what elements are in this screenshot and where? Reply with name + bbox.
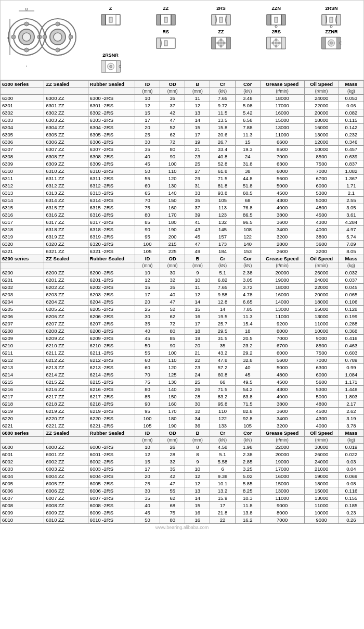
table-row: 63206320 ZZ6320 -2RS10021547173140280036… bbox=[1, 241, 364, 248]
tbody-6000: 60006000 ZZ6000 -2RS102684.581.982200030… bbox=[1, 444, 364, 524]
table-row: 62126212 ZZ6212 -2RS601102247.832.856007… bbox=[1, 357, 364, 364]
type-zzn-label: ZZN bbox=[271, 6, 281, 11]
svg-rect-39 bbox=[267, 15, 271, 25]
svg-rect-47 bbox=[336, 15, 341, 25]
svg-point-14 bbox=[56, 22, 60, 26]
table-row: 60076007 ZZ6007 -2RS35621415.910.3110001… bbox=[1, 495, 364, 502]
svg-point-70 bbox=[279, 42, 281, 44]
tbody-6200: 62006200 ZZ6200 -2RS103095.12.3820000260… bbox=[1, 269, 364, 430]
type-zz-label: ZZ bbox=[163, 6, 168, 11]
svg-point-11 bbox=[54, 33, 62, 41]
svg-rect-72 bbox=[322, 37, 326, 48]
series-6300-units: (mm)(mm)(mm)(kN)(kN)(r/min)(r/min)(kg) bbox=[1, 88, 364, 95]
table-row: 63006300 ZZ6300 -2RS1035117.653.48180002… bbox=[1, 95, 364, 102]
series-6300-header: 6300 series ZZ Sealed Rubber Sealed ID O… bbox=[1, 81, 364, 88]
table-row: 60026002 ZZ6002 -2RS153295.582.851900024… bbox=[1, 458, 364, 466]
table-row: 63186318 ZZ6318 -2RS90190431451083400400… bbox=[1, 226, 364, 233]
svg-point-3 bbox=[22, 33, 31, 41]
svg-rect-79 bbox=[116, 60, 120, 72]
svg-point-67 bbox=[275, 39, 277, 41]
series-6300-zz: ZZ Sealed bbox=[44, 81, 88, 88]
series-6200-zz: ZZ Sealed bbox=[44, 255, 88, 262]
table-row: 63136313 ZZ6313 -2RS651403393.860.545005… bbox=[1, 190, 364, 197]
series-6200-units: (mm)(mm)(mm)(kN)(kN)(r/min)(r/min)(kg) bbox=[1, 262, 364, 269]
type-2rsn: 2RSN bbox=[305, 6, 358, 28]
svg-point-4 bbox=[24, 22, 29, 26]
table-row: 62036203 ZZ6203 -2RS1740129.584.78160002… bbox=[1, 291, 364, 298]
svg-point-44 bbox=[275, 26, 277, 28]
table-row: 63046304 ZZ6304 -2RS20521515.87.88130001… bbox=[1, 124, 364, 131]
type-2rs-label: 2RS bbox=[216, 6, 226, 11]
svg-rect-35 bbox=[212, 15, 216, 25]
table-row: 62006200 ZZ6200 -2RS103095.12.3820000260… bbox=[1, 269, 364, 276]
table-row: 63156315 ZZ6315 -2RS751603711376.8400048… bbox=[1, 204, 364, 211]
table-row: 60056005 ZZ6005 -2RS25471210.15.85150001… bbox=[1, 480, 364, 487]
table-row: 63146314 ZZ6314 -2RS70150351056843005000… bbox=[1, 197, 364, 204]
series-6000-label: 6000 series bbox=[1, 430, 44, 437]
col-b: B bbox=[185, 81, 210, 88]
svg-rect-41 bbox=[275, 17, 278, 22]
table-row: 62106210 ZZ6210 -2RS5090203523.267008500… bbox=[1, 342, 364, 349]
table-row: 60086008 ZZ6008 -2RS4068151711.890001100… bbox=[1, 502, 364, 509]
table-row: 62016201 ZZ6201 -2RS1232106.823.05190002… bbox=[1, 276, 364, 284]
svg-point-17 bbox=[69, 35, 73, 39]
svg-point-58 bbox=[220, 39, 222, 41]
table-row: 63116311 ZZ6311 -2RS551202971.544.856006… bbox=[1, 175, 364, 182]
svg-point-61 bbox=[223, 42, 225, 44]
type-zz2: ZZ bbox=[194, 29, 248, 51]
type-z-label: Z bbox=[109, 6, 112, 11]
col-grease: Grease Speed bbox=[260, 81, 304, 88]
svg-rect-51 bbox=[157, 38, 161, 48]
col-cr: Cr bbox=[210, 81, 235, 88]
type-2rsnr-label: 2RSNR bbox=[102, 53, 119, 58]
table-row: 63086308 ZZ6308 -2RS40902340.82470008500… bbox=[1, 153, 364, 160]
series-6300-label: 6300 series bbox=[1, 81, 44, 88]
svg-rect-48 bbox=[330, 17, 333, 22]
table-row: 62066206 ZZ6206 -2RS30621619.511.3110001… bbox=[1, 313, 364, 320]
type-2rsn-label: 2RSN bbox=[325, 6, 337, 11]
table-row: 62026202 ZZ6202 -2RS1535117.653.72180002… bbox=[1, 284, 364, 291]
type-2rs2-label: 2RS bbox=[271, 29, 281, 34]
svg-rect-78 bbox=[101, 60, 105, 72]
table-row: 60016001 ZZ6001 -2RS122885.12.3820000260… bbox=[1, 451, 364, 458]
table-row: 60006000 ZZ6000 -2RS102684.581.982200030… bbox=[1, 444, 364, 451]
svg-point-5 bbox=[24, 48, 29, 52]
svg-rect-64 bbox=[282, 37, 286, 48]
col-cor: Cor bbox=[235, 81, 260, 88]
svg-rect-55 bbox=[226, 37, 230, 48]
table-row: 63076307 ZZ6307 -2RS35802133.419.3850010… bbox=[1, 146, 364, 153]
svg-rect-26 bbox=[109, 17, 112, 22]
table-row: 63106310 ZZ6310 -2RS501102761.8386000700… bbox=[1, 168, 364, 175]
svg-point-6 bbox=[11, 35, 16, 39]
type-2rs2: 2RS bbox=[250, 29, 303, 51]
svg-rect-73 bbox=[337, 37, 341, 48]
table-row: 62186218 ZZ6218 -2RS901603095.871.538004… bbox=[1, 400, 364, 408]
types-diagram: Z ZZ 2RS bbox=[81, 3, 361, 77]
col-mass: Mass bbox=[339, 81, 363, 88]
svg-point-49 bbox=[330, 26, 332, 28]
svg-point-15 bbox=[56, 48, 60, 52]
table-row: 62046204 ZZ6204 -2RS20471412.86.65140001… bbox=[1, 298, 364, 306]
table-row: 63196319 ZZ6319 -2RS95200451571223200380… bbox=[1, 233, 364, 241]
svg-rect-54 bbox=[212, 37, 216, 48]
table-row: 63096309 ZZ6309 -2RS451002552.831.863007… bbox=[1, 160, 364, 168]
svg-point-16 bbox=[43, 35, 47, 39]
type-2rs: 2RS bbox=[194, 6, 248, 28]
svg-text:r: r bbox=[26, 65, 27, 68]
type-zz2-label: ZZ bbox=[218, 29, 224, 34]
svg-point-75 bbox=[330, 42, 333, 44]
col-id: ID bbox=[135, 81, 160, 88]
type-zz: ZZ bbox=[139, 6, 192, 28]
type-zznr-label: ZZNR bbox=[325, 29, 337, 34]
svg-rect-52 bbox=[164, 41, 167, 46]
table-row: 62176217 ZZ6217 -2RS851502883.263.840005… bbox=[1, 393, 364, 400]
type-zzn: ZZN bbox=[250, 6, 303, 28]
type-rs-label: RS bbox=[163, 29, 170, 34]
svg-rect-63 bbox=[267, 37, 271, 48]
table-row: 62136213 ZZ6213 -2RS601202357.2405000630… bbox=[1, 364, 364, 371]
svg-point-59 bbox=[220, 45, 222, 47]
table-row: 62056205 ZZ6205 -2RS255215147.8513000150… bbox=[1, 306, 364, 313]
col-oil: Oil Speed bbox=[304, 81, 339, 88]
table-row: 62146214 ZZ6214 -2RS701252460.8454800600… bbox=[1, 371, 364, 379]
bearing-image: B D r bbox=[3, 3, 81, 71]
